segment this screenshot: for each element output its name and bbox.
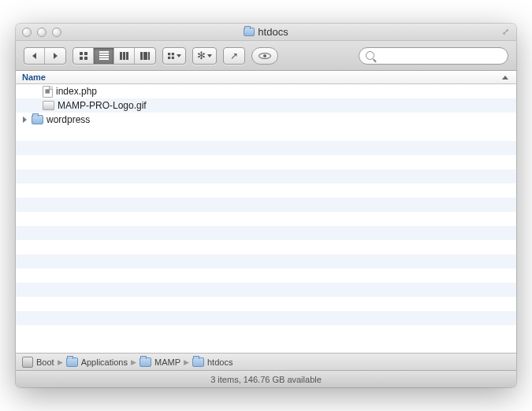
action-button[interactable]: ✻ — [192, 47, 217, 65]
chevron-left-icon — [32, 53, 36, 59]
zoom-button[interactable] — [52, 28, 61, 37]
path-separator-icon: ▶ — [58, 358, 63, 366]
chevron-right-icon — [23, 117, 27, 123]
folder-icon — [140, 357, 151, 367]
toolbar: ✻ ↗ — [16, 41, 516, 71]
share-button[interactable]: ↗ — [223, 47, 245, 65]
path-separator-icon: ▶ — [131, 358, 136, 366]
eye-icon — [259, 53, 271, 59]
quicklook-button[interactable] — [251, 47, 278, 65]
arrange-icon — [168, 53, 174, 59]
folder-icon — [32, 115, 43, 124]
php-file-icon: ▦ — [43, 86, 53, 98]
list-view-button[interactable] — [94, 48, 114, 64]
window-title: htdocs — [16, 26, 516, 38]
path-segment[interactable]: MAMP — [154, 357, 180, 367]
forward-button[interactable] — [45, 48, 65, 64]
disclosure-triangle[interactable] — [20, 117, 28, 123]
grid-icon — [80, 52, 87, 60]
folder-icon — [244, 28, 255, 36]
empty-rows — [16, 127, 516, 353]
image-file-icon — [43, 101, 54, 110]
folder-icon — [192, 357, 204, 367]
search-icon — [366, 51, 374, 60]
list-item[interactable]: ▦ index.php — [16, 84, 516, 98]
file-name: index.php — [56, 86, 97, 97]
sort-indicator-icon — [502, 76, 508, 80]
close-button[interactable] — [22, 28, 32, 37]
icon-view-button[interactable] — [73, 48, 94, 64]
nav-buttons — [24, 47, 66, 65]
search-field[interactable] — [359, 47, 508, 65]
path-separator-icon: ▶ — [184, 358, 189, 366]
arrange-button[interactable] — [162, 47, 186, 65]
chevron-right-icon — [54, 53, 58, 59]
back-button[interactable] — [24, 48, 45, 64]
share-icon: ↗ — [230, 50, 238, 61]
column-view-button[interactable] — [114, 48, 135, 64]
file-name: MAMP-PRO-Logo.gif — [58, 100, 147, 111]
file-name: wordpress — [47, 114, 90, 125]
status-bar: 3 items, 146.76 GB available — [16, 370, 516, 387]
path-segment[interactable]: Boot — [36, 357, 54, 367]
column-icon — [120, 52, 129, 60]
list-item[interactable]: MAMP-PRO-Logo.gif — [16, 98, 516, 113]
fullscreen-icon[interactable]: ⤢ — [502, 27, 512, 36]
file-list: ▦ index.php MAMP-PRO-Logo.gif wordpress — [16, 84, 516, 353]
list-item[interactable]: wordpress — [16, 113, 516, 127]
title-text: htdocs — [258, 26, 288, 38]
gear-icon: ✻ — [197, 50, 206, 61]
chevron-down-icon — [207, 54, 212, 57]
coverflow-icon — [140, 52, 150, 60]
minimize-button[interactable] — [37, 28, 47, 37]
view-switcher — [73, 47, 156, 65]
coverflow-view-button[interactable] — [135, 48, 155, 64]
traffic-lights — [16, 28, 61, 37]
path-segment[interactable]: htdocs — [207, 357, 233, 367]
search-input[interactable] — [378, 50, 501, 61]
chevron-down-icon — [177, 54, 181, 57]
drive-icon — [22, 357, 33, 368]
name-column-header[interactable]: Name — [22, 72, 502, 82]
finder-window: htdocs ⤢ ✻ ↗ — [16, 24, 516, 387]
titlebar: htdocs ⤢ — [16, 24, 516, 41]
path-segment[interactable]: Applications — [81, 357, 128, 367]
list-icon — [99, 50, 109, 61]
status-text: 3 items, 146.76 GB available — [210, 375, 322, 384]
folder-icon — [66, 357, 78, 367]
path-bar: Boot ▶ Applications ▶ MAMP ▶ htdocs — [16, 353, 516, 370]
column-header[interactable]: Name — [16, 71, 516, 84]
